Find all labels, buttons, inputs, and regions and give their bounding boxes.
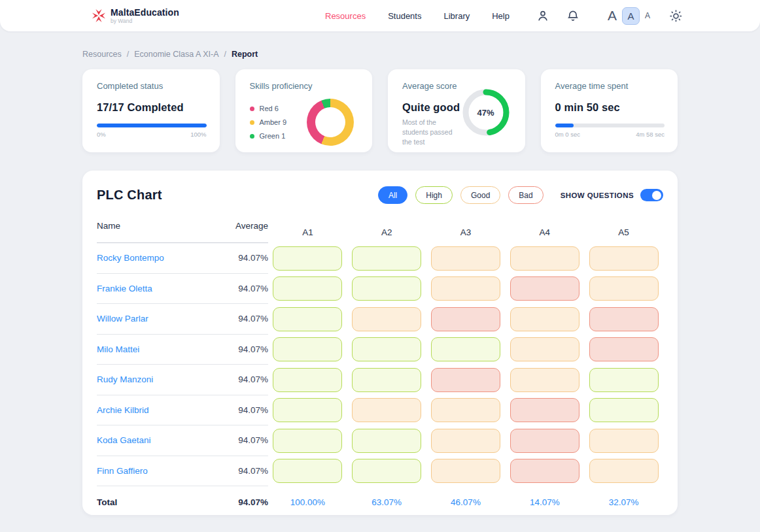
plc-header: PLC Chart AllHighGoodBad SHOW QUESTIONS [97,186,663,204]
status-cell-a1-green[interactable] [273,276,342,301]
breadcrumb-report: Report [232,50,258,59]
completed-progress-track [97,124,207,127]
status-cell-a4-amber[interactable] [510,368,579,392]
row-left: Rudy Manzoni94.07% [97,365,268,395]
status-cell-a3-red[interactable] [431,368,500,392]
font-size-large-button[interactable]: A [608,8,617,24]
status-cell-a1-green[interactable] [273,246,342,271]
breadcrumb-class[interactable]: Economie Clasa A XI-A [134,50,218,59]
table-row: Finn Gaffiero94.07% [97,456,663,487]
status-cell-a2-green[interactable] [352,337,421,361]
cell-slot [584,307,663,331]
status-cell-a5-amber[interactable] [589,459,659,483]
nav-item-help[interactable]: Help [492,11,510,21]
status-cell-a5-amber[interactable] [589,246,659,271]
plc-chart-card: PLC Chart AllHighGoodBad SHOW QUESTIONS … [82,171,678,515]
status-cell-a3-amber[interactable] [431,459,500,483]
status-cell-a2-amber[interactable] [352,307,421,331]
cell-slot [426,398,506,422]
status-cell-a5-amber[interactable] [589,429,659,453]
filter-bad-button[interactable]: Bad [508,186,543,204]
filter-all-button[interactable]: All [378,186,407,204]
user-icon[interactable] [536,8,550,23]
status-cell-a2-green[interactable] [352,429,421,453]
score-value: Quite good [402,101,461,114]
status-cell-a2-green[interactable] [352,368,421,392]
filter-high-button[interactable]: High [415,186,453,204]
status-cell-a2-green[interactable] [352,276,421,301]
time-progress-fill [555,124,574,127]
student-average: 94.07% [238,253,268,263]
font-size-small-button[interactable]: A [645,11,650,20]
status-cell-a4-amber[interactable] [510,307,579,331]
nav-item-students[interactable]: Students [388,11,421,21]
status-cell-a1-green[interactable] [273,429,342,453]
status-cell-a5-green[interactable] [589,398,659,422]
status-cell-a4-red[interactable] [510,276,579,301]
status-cell-a3-amber[interactable] [431,246,500,271]
status-cell-a2-amber[interactable] [352,398,421,422]
logo-title: MaltaEducation [111,8,179,17]
student-name-link[interactable]: Willow Parlar [97,314,148,324]
status-cell-a4-red[interactable] [510,459,579,483]
score-percent: 47% [461,88,511,137]
logo-text: MaltaEducation by Wand [111,8,179,24]
student-average: 94.07% [238,314,268,324]
status-cell-a3-amber[interactable] [431,429,500,453]
show-questions-toggle[interactable] [640,189,663,201]
filter-good-button[interactable]: Good [460,186,500,204]
font-size-medium-button[interactable]: A [622,7,640,25]
status-cell-a3-amber[interactable] [431,398,500,422]
table-row: Willow Parlar94.07% [97,304,663,335]
status-cell-a5-green[interactable] [589,368,659,392]
cell-slot [584,276,663,301]
status-cell-a1-green[interactable] [273,337,342,361]
cell-slot [584,368,663,392]
student-name-link[interactable]: Finn Gaffiero [97,466,148,476]
status-cell-a1-green[interactable] [273,368,342,392]
breadcrumb-resources[interactable]: Resources [82,50,122,59]
completed-value: 17/17 Completed [97,101,207,114]
status-cell-a1-green[interactable] [273,398,342,422]
student-name-link[interactable]: Rudy Manzoni [97,374,153,384]
theme-sun-icon[interactable] [668,8,683,23]
nav-item-resources[interactable]: Resources [325,11,366,21]
status-cell-a1-green[interactable] [273,459,342,483]
status-cell-a2-green[interactable] [352,246,421,271]
status-cell-a3-red[interactable] [431,307,500,331]
card-title: Average time spent [555,81,665,91]
nav-item-library[interactable]: Library [443,11,470,21]
table-row: Rudy Manzoni94.07% [97,365,663,395]
status-cell-a3-amber[interactable] [431,276,500,301]
student-name-link[interactable]: Milo Mattei [97,344,139,354]
notifications-bell-icon[interactable] [566,8,580,23]
student-name-link[interactable]: Rocky Bontempo [97,253,164,263]
top-icons [536,8,580,23]
status-cell-a4-amber[interactable] [510,246,579,271]
cell-slot [268,307,347,331]
cell-slot [426,337,506,361]
cell-slot [505,368,584,392]
status-cell-a3-green[interactable] [431,337,500,361]
column-header-name: Name [97,221,120,231]
status-cell-a4-red[interactable] [510,398,579,422]
breadcrumb: Resources / Economie Clasa A XI-A / Repo… [82,50,678,59]
status-cell-a1-green[interactable] [273,307,342,331]
column-header-average: Average [235,221,268,231]
cell-slot [584,429,663,453]
app-logo[interactable]: MaltaEducation by Wand [92,8,179,24]
status-cell-a4-amber[interactable] [510,337,579,361]
cell-slot [268,429,347,453]
status-cell-a2-green[interactable] [352,459,421,483]
row-left: Frankie Oletta94.07% [97,274,268,305]
student-name-link[interactable]: Koda Gaetani [97,435,151,445]
status-cell-a5-amber[interactable] [589,276,659,301]
status-cell-a4-red[interactable] [510,429,579,453]
status-cell-a5-red[interactable] [589,307,659,331]
page-content: Resources / Economie Clasa A XI-A / Repo… [82,50,678,515]
legend-label: Amber 9 [260,118,287,126]
cell-slot [426,246,506,271]
status-cell-a5-red[interactable] [589,337,659,361]
student-name-link[interactable]: Archie Kilbrid [97,405,149,415]
student-name-link[interactable]: Frankie Oletta [97,284,152,293]
